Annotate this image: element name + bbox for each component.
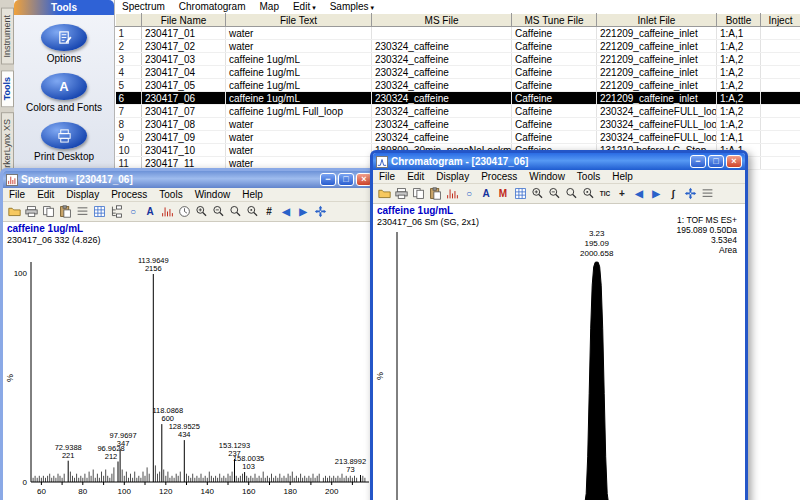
minimize-button[interactable]: − bbox=[320, 173, 336, 186]
chromatogram-titlebar[interactable]: Chromatogram - [230417_06] − □ × bbox=[373, 153, 745, 170]
column-header[interactable]: MS Tune File bbox=[512, 14, 597, 27]
list-icon[interactable] bbox=[74, 204, 90, 220]
mass-icon[interactable]: M bbox=[495, 186, 511, 202]
menu-samples[interactable]: Samples▾ bbox=[323, 1, 381, 12]
expand-icon[interactable] bbox=[682, 186, 698, 202]
table-row[interactable]: 5230417_05caffeine 1ug/mL230324_caffeine… bbox=[116, 79, 800, 92]
annotate-icon[interactable]: A bbox=[478, 186, 494, 202]
table-row[interactable]: 9230417_09water230324_caffeineCaffeine23… bbox=[116, 131, 800, 144]
sample-label: caffeine 1ug/mL bbox=[7, 223, 83, 234]
menu-tools[interactable]: Tools bbox=[571, 171, 606, 182]
print-icon[interactable] bbox=[393, 186, 409, 202]
zoom-reset-icon[interactable] bbox=[580, 186, 596, 202]
menu-process[interactable]: Process bbox=[105, 189, 153, 200]
table-row[interactable]: 4230417_04caffeine 1ug/mL230324_caffeine… bbox=[116, 66, 800, 79]
next-icon[interactable]: ▶ bbox=[648, 186, 664, 202]
annotate-icon[interactable]: A bbox=[142, 204, 158, 220]
cell: Caffeine bbox=[512, 105, 597, 118]
table-row[interactable]: 7230417_07caffeine 1ug/mL Full_loop23032… bbox=[116, 105, 800, 118]
menu-display[interactable]: Display bbox=[60, 189, 105, 200]
menu-chromatogram[interactable]: Chromatogram bbox=[172, 1, 253, 12]
grid-icon[interactable] bbox=[91, 204, 107, 220]
zoom-in-icon[interactable] bbox=[193, 204, 209, 220]
cell: 1:A,2 bbox=[717, 66, 761, 79]
table-row[interactable]: 3230417_03caffeine 1ug/mL230324_caffeine… bbox=[116, 53, 800, 66]
spectrum-icon[interactable] bbox=[159, 204, 175, 220]
plus-icon[interactable]: + bbox=[614, 186, 630, 202]
column-header[interactable]: MS File bbox=[372, 14, 512, 27]
vertical-tab-instrument[interactable]: Instrument bbox=[1, 8, 14, 65]
zoom-reset-icon[interactable] bbox=[244, 204, 260, 220]
column-header[interactable]: Bottle bbox=[717, 14, 761, 27]
menu-edit[interactable]: Edit▾ bbox=[286, 1, 323, 12]
menu-file[interactable]: File bbox=[3, 189, 31, 200]
prev-icon[interactable]: ◀ bbox=[278, 204, 294, 220]
paste-icon[interactable] bbox=[427, 186, 443, 202]
menu-help[interactable]: Help bbox=[236, 189, 269, 200]
table-row[interactable]: 6230417_06caffeine 1ug/mL230324_caffeine… bbox=[116, 92, 800, 105]
cell: 230324_caffeineFULL_loop_inlet bbox=[597, 105, 717, 118]
open-icon[interactable] bbox=[376, 186, 392, 202]
hash-icon[interactable]: # bbox=[261, 204, 277, 220]
tic-icon[interactable]: TIC bbox=[597, 186, 613, 202]
tree-icon[interactable] bbox=[108, 204, 124, 220]
cell: 221209_caffeine_inlet bbox=[597, 79, 717, 92]
maximize-button[interactable]: □ bbox=[708, 155, 724, 168]
next-icon[interactable]: ▶ bbox=[295, 204, 311, 220]
menu-display[interactable]: Display bbox=[430, 171, 475, 182]
list-icon[interactable] bbox=[699, 186, 715, 202]
trace-annotation: 1: TOF MS ES+ bbox=[677, 215, 738, 225]
sidebar-item-options[interactable]: Options bbox=[14, 24, 114, 64]
menu-edit[interactable]: Edit bbox=[401, 171, 430, 182]
integrate-icon[interactable]: ∫ bbox=[665, 186, 681, 202]
cell bbox=[761, 131, 800, 144]
prev-icon[interactable]: ◀ bbox=[631, 186, 647, 202]
cell: Caffeine bbox=[512, 66, 597, 79]
zoom-icon[interactable] bbox=[227, 204, 243, 220]
menu-window[interactable]: Window bbox=[523, 171, 571, 182]
column-header[interactable]: File Text bbox=[226, 14, 372, 27]
menu-file[interactable]: File bbox=[373, 171, 401, 182]
close-button[interactable]: × bbox=[726, 155, 742, 168]
paste-icon[interactable] bbox=[57, 204, 73, 220]
menu-window[interactable]: Window bbox=[189, 189, 237, 200]
copy-icon[interactable] bbox=[40, 204, 56, 220]
cell: Caffeine bbox=[512, 79, 597, 92]
column-header[interactable] bbox=[116, 14, 142, 27]
menu-map[interactable]: Map bbox=[253, 1, 286, 12]
menu-edit[interactable]: Edit bbox=[31, 189, 60, 200]
expand-icon[interactable] bbox=[312, 204, 328, 220]
sidebar-item-colors-and-fonts[interactable]: AColors and Fonts bbox=[14, 73, 114, 113]
sidebar-item-print-desktop[interactable]: Print Desktop bbox=[14, 122, 114, 162]
print-icon[interactable] bbox=[23, 204, 39, 220]
vertical-tab-tools[interactable]: Tools bbox=[1, 70, 14, 107]
table-row[interactable]: 8230417_08water230324_caffeineCaffeine23… bbox=[116, 118, 800, 131]
minimize-button[interactable]: − bbox=[690, 155, 706, 168]
circle-icon[interactable]: ○ bbox=[461, 186, 477, 202]
menu-process[interactable]: Process bbox=[475, 171, 523, 182]
spectrum-icon[interactable] bbox=[444, 186, 460, 202]
open-icon[interactable] bbox=[6, 204, 22, 220]
column-header[interactable]: File Name bbox=[142, 14, 226, 27]
zoom-out-icon[interactable] bbox=[546, 186, 562, 202]
copy-icon[interactable] bbox=[410, 186, 426, 202]
column-header[interactable]: Inlet File bbox=[597, 14, 717, 27]
zoom-icon[interactable] bbox=[563, 186, 579, 202]
table-row[interactable]: 2230417_02water230324_caffeineCaffeine22… bbox=[116, 40, 800, 53]
circle-icon[interactable]: ○ bbox=[125, 204, 141, 220]
maximize-button[interactable]: □ bbox=[338, 173, 354, 186]
spectrum-titlebar[interactable]: Spectrum - [230417_06] − □ × bbox=[3, 171, 375, 188]
menu-spectrum[interactable]: Spectrum bbox=[115, 1, 172, 12]
mass-spectrum-plot[interactable]: 1000%608010012014016018020072.938822196.… bbox=[5, 246, 373, 500]
menu-tools[interactable]: Tools bbox=[153, 189, 188, 200]
zoom-in-icon[interactable] bbox=[529, 186, 545, 202]
chromatogram-plot[interactable]: %3.23195.092000.658 bbox=[375, 226, 743, 500]
column-header[interactable]: Inject bbox=[761, 14, 800, 27]
clock-icon[interactable] bbox=[176, 204, 192, 220]
table-row[interactable]: 1230417_01waterCaffeine221209_caffeine_i… bbox=[116, 27, 800, 40]
menu-help[interactable]: Help bbox=[606, 171, 639, 182]
zoom-out-icon[interactable] bbox=[210, 204, 226, 220]
grid-icon[interactable] bbox=[512, 186, 528, 202]
cell bbox=[761, 66, 800, 79]
cell: 221209_caffeine_inlet bbox=[597, 27, 717, 40]
